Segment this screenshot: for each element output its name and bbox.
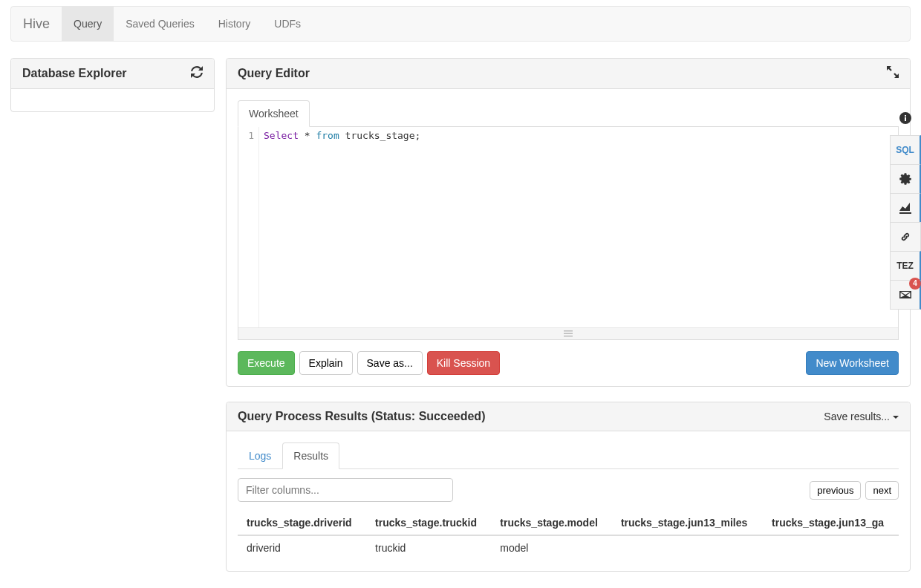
next-button[interactable]: next	[865, 481, 899, 500]
previous-button[interactable]: previous	[810, 481, 861, 500]
col-header: trucks_stage.driverid	[238, 511, 366, 535]
explain-button[interactable]: Explain	[299, 351, 353, 375]
svg-rect-1	[564, 333, 573, 335]
expand-icon[interactable]	[887, 66, 899, 81]
save-results-dropdown[interactable]: Save results...	[824, 411, 899, 422]
refresh-icon[interactable]	[191, 66, 203, 81]
chart-icon	[899, 202, 911, 214]
nav-item-history[interactable]: History	[206, 7, 263, 41]
new-worksheet-button[interactable]: New Worksheet	[806, 351, 899, 375]
notifications-tab[interactable]: 4	[890, 280, 921, 310]
results-panel: Query Process Results (Status: Succeeded…	[226, 402, 911, 572]
settings-tab[interactable]	[890, 164, 921, 194]
database-explorer-panel: Database Explorer	[10, 58, 215, 112]
tab-results[interactable]: Results	[282, 442, 339, 469]
query-editor-title: Query Editor	[238, 67, 310, 80]
kill-session-button[interactable]: Kill Session	[427, 351, 500, 375]
notification-badge: 4	[909, 278, 921, 290]
save-as-button[interactable]: Save as...	[357, 351, 423, 375]
link-tab[interactable]	[890, 222, 921, 252]
tez-tab[interactable]: TEZ	[890, 251, 921, 281]
col-header: trucks_stage.jun13_ga	[763, 511, 899, 535]
resize-handle[interactable]	[238, 327, 898, 339]
svg-rect-2	[564, 336, 573, 337]
table-row: driverid truckid model	[238, 535, 899, 560]
info-icon[interactable]	[890, 103, 921, 133]
svg-rect-4	[905, 117, 906, 121]
query-editor-panel: Query Editor Worksheet 1 Select * from t…	[226, 58, 911, 387]
tab-logs[interactable]: Logs	[238, 442, 282, 469]
col-header: trucks_stage.truckid	[366, 511, 491, 535]
execute-button[interactable]: Execute	[238, 351, 295, 375]
link-icon	[899, 231, 911, 243]
svg-rect-0	[564, 330, 573, 332]
top-nav: Hive Query Saved Queries History UDFs	[10, 6, 911, 42]
right-sidebar: SQL TEZ 4	[890, 104, 921, 310]
nav-item-saved-queries[interactable]: Saved Queries	[114, 7, 206, 41]
database-explorer-body	[11, 89, 214, 111]
svg-rect-5	[905, 115, 906, 117]
brand: Hive	[11, 16, 62, 32]
filter-columns-input[interactable]	[238, 478, 453, 502]
col-header: trucks_stage.model	[491, 511, 612, 535]
gutter: 1	[238, 127, 259, 327]
code-content: Select * from trucks_stage;	[259, 127, 898, 327]
sql-tab[interactable]: SQL	[890, 135, 921, 165]
database-explorer-title: Database Explorer	[22, 67, 127, 80]
nav-item-udfs[interactable]: UDFs	[262, 7, 313, 41]
envelope-icon	[899, 289, 911, 301]
results-table: trucks_stage.driverid trucks_stage.truck…	[238, 511, 899, 560]
code-editor: 1 Select * from trucks_stage;	[238, 126, 899, 340]
gear-icon	[899, 173, 911, 185]
tab-worksheet[interactable]: Worksheet	[238, 100, 310, 127]
col-header: trucks_stage.jun13_miles	[612, 511, 763, 535]
nav-item-query[interactable]: Query	[62, 7, 114, 41]
results-title: Query Process Results (Status: Succeeded…	[238, 410, 485, 423]
visual-tab[interactable]	[890, 193, 921, 223]
